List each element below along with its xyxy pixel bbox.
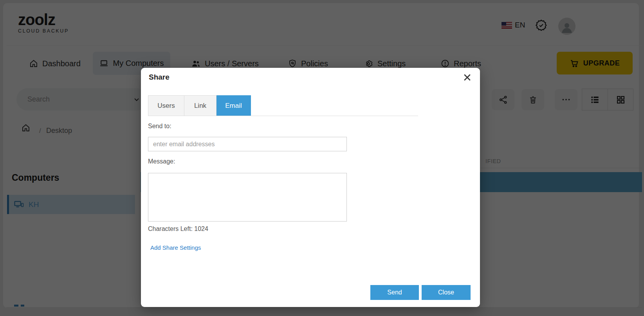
send-button[interactable]: Send	[370, 285, 419, 300]
share-dialog: Share Users Link Email Send to: Message:…	[141, 68, 480, 307]
share-tabs: Users Link Email	[148, 95, 418, 116]
dialog-actions: Send Close	[370, 285, 471, 300]
tab-link[interactable]: Link	[184, 95, 216, 116]
send-to-label: Send to:	[148, 123, 171, 130]
close-icon	[462, 73, 472, 82]
message-textarea[interactable]	[148, 173, 347, 222]
tab-email[interactable]: Email	[216, 95, 251, 116]
tab-label: Users	[157, 102, 175, 110]
email-addresses-input[interactable]	[148, 137, 347, 151]
close-button[interactable]: Close	[422, 285, 471, 300]
tab-users[interactable]: Users	[148, 95, 184, 116]
tab-label: Email	[225, 102, 242, 110]
close-dialog-button[interactable]	[462, 73, 472, 82]
characters-left-counter: Characters Left: 1024	[148, 225, 208, 232]
dialog-title: Share	[149, 73, 170, 82]
tab-label: Link	[194, 102, 206, 110]
add-share-settings-link[interactable]: Add Share Settings	[150, 244, 201, 251]
message-label: Message:	[148, 158, 175, 165]
